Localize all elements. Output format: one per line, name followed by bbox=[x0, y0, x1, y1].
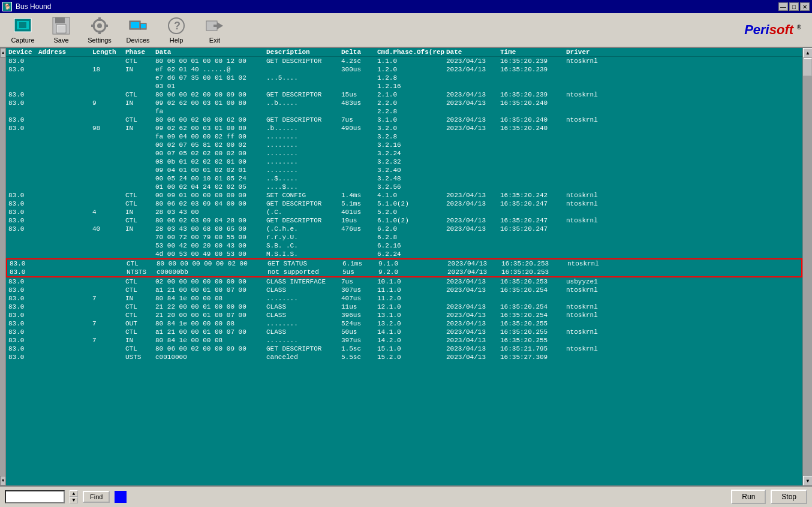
table-row[interactable]: 08 0b 01 02 02 02 01 00........3.2.32 bbox=[6, 158, 802, 166]
settings-icon bbox=[90, 16, 109, 35]
help-label: Help bbox=[170, 37, 184, 44]
table-row[interactable]: fa 09 04 00 00 02 ff 00........3.2.8 bbox=[6, 132, 802, 141]
svg-rect-11 bbox=[91, 25, 95, 27]
spin-down-button[interactable]: ▼ bbox=[70, 497, 78, 503]
table-row[interactable]: 83.07IN80 84 1e 00 00 08........397us14.… bbox=[6, 336, 802, 345]
search-input[interactable] bbox=[5, 490, 65, 503]
table-row[interactable]: 00 02 07 05 81 02 00 02........3.2.16 bbox=[6, 141, 802, 149]
table-row[interactable]: 70 00 72 00 79 00 55 00r.r.y.U.6.2.8 bbox=[6, 233, 802, 242]
column-headers: Device Address Length Phase Data Descrip… bbox=[6, 48, 802, 57]
col-device: Device bbox=[7, 49, 37, 56]
exit-label: Exit bbox=[209, 37, 220, 44]
svg-rect-14 bbox=[131, 22, 139, 28]
devices-icon bbox=[128, 16, 148, 35]
data-table-area: Device Address Length Phase Data Descrip… bbox=[6, 48, 802, 485]
help-button[interactable]: ? Help bbox=[158, 14, 194, 46]
table-row[interactable]: fa2.2.8 bbox=[6, 107, 802, 116]
table-row[interactable]: 00 07 05 02 02 00 02 00........3.2.24 bbox=[6, 149, 802, 158]
scroll-down-button[interactable]: ▼ bbox=[803, 476, 812, 485]
help-icon: ? bbox=[167, 16, 186, 35]
svg-rect-16 bbox=[141, 24, 146, 28]
side-arrow-up[interactable]: ▲ bbox=[0, 48, 6, 58]
col-length: Length bbox=[91, 49, 124, 56]
table-row[interactable]: 00 05 24 00 10 01 05 24..$.....3.2.48 bbox=[6, 174, 802, 183]
svg-rect-6 bbox=[58, 26, 65, 32]
scroll-thumb[interactable] bbox=[804, 58, 812, 76]
table-row[interactable]: 09 04 01 00 01 02 02 01........3.2.40 bbox=[6, 166, 802, 174]
save-icon bbox=[52, 16, 71, 35]
table-row[interactable]: 83.0CTL21 20 00 00 01 00 07 00CLASS396us… bbox=[6, 311, 802, 319]
svg-text:?: ? bbox=[174, 20, 181, 32]
table-row[interactable]: 83.0CTLa1 21 00 00 01 00 07 00CLASS307us… bbox=[6, 286, 802, 294]
main-area: ▲ ▼ Device Address Length Phase Data Des… bbox=[0, 48, 812, 485]
exit-icon bbox=[205, 16, 224, 35]
maximize-button[interactable]: □ bbox=[789, 2, 799, 11]
table-row[interactable]: 83.098IN09 02 62 00 03 01 00 80.b......4… bbox=[6, 124, 802, 132]
title-bar: 🐕 Bus Hound — □ ✕ bbox=[0, 0, 812, 13]
left-indicator: ▲ ▼ bbox=[0, 48, 6, 485]
save-label: Save bbox=[53, 37, 68, 44]
title-bar-controls: — □ ✕ bbox=[778, 2, 810, 11]
table-row[interactable]: 83.0CTL80 06 00 02 00 00 09 00GET DESCRI… bbox=[6, 90, 802, 99]
table-row[interactable]: 83.0CTL00 09 01 00 00 00 00 00SET CONFIG… bbox=[6, 191, 802, 200]
table-row[interactable]: 4d 00 53 00 49 00 53 00M.S.I.S.6.2.24 bbox=[6, 250, 802, 258]
col-phase: Phase bbox=[124, 49, 154, 56]
table-row[interactable]: 83.09IN09 02 62 00 03 01 00 80..b.....48… bbox=[6, 99, 802, 107]
table-row[interactable]: e7 d6 07 35 00 01 01 02...5....1.2.8 bbox=[6, 74, 802, 82]
col-date: Date bbox=[445, 49, 499, 56]
data-rows-container: 83.0CTL80 06 00 01 00 00 12 00GET DESCRI… bbox=[6, 57, 802, 361]
table-row[interactable]: 83.0USTSc0010000canceled5.5sc15.2.02023/… bbox=[6, 353, 802, 361]
svg-rect-9 bbox=[98, 17, 101, 21]
table-row[interactable]: 83.0CTL02 00 00 00 00 00 00 00CLASS INTE… bbox=[6, 277, 802, 286]
perisoft-logo: Perisoft ® bbox=[744, 22, 807, 38]
table-row[interactable]: 83.0NTSTSc00000bbnot supported5us9.2.020… bbox=[6, 268, 802, 277]
table-row[interactable]: 83.0CTL80 06 00 01 00 00 12 00GET DESCRI… bbox=[6, 57, 802, 65]
settings-button[interactable]: Settings bbox=[82, 14, 118, 46]
table-row[interactable]: 83.0CTL80 06 02 03 09 04 28 00GET DESCRI… bbox=[6, 216, 802, 225]
status-bar: ▲ ▼ Find Run Stop bbox=[0, 485, 812, 507]
table-row[interactable]: 53 00 42 00 20 00 43 00S.B. .C.6.2.16 bbox=[6, 242, 802, 250]
find-button[interactable]: Find bbox=[83, 491, 110, 503]
table-row[interactable]: 83.07OUT80 84 1e 00 00 00 08........524u… bbox=[6, 319, 802, 328]
table-row[interactable]: 83.0CTL80 06 00 02 00 00 09 00GET DESCRI… bbox=[6, 345, 802, 353]
table-row[interactable]: 83.0CTL21 22 00 00 01 00 00 00CLASS11us1… bbox=[6, 303, 802, 311]
title-bar-left: 🐕 Bus Hound bbox=[2, 2, 51, 11]
table-row[interactable]: 83.04IN28 03 43 00(.C.401us5.2.0 bbox=[6, 208, 802, 216]
save-button[interactable]: Save bbox=[43, 14, 79, 46]
table-row[interactable]: 01 00 02 04 24 02 02 05....$...3.2.56 bbox=[6, 183, 802, 191]
table-row[interactable]: 83.018INef 02 01 40 ......@300us1.2.0202… bbox=[6, 65, 802, 74]
app-icon: 🐕 bbox=[2, 2, 12, 11]
minimize-button[interactable]: — bbox=[778, 2, 788, 11]
spin-up-button[interactable]: ▲ bbox=[70, 490, 78, 497]
table-row[interactable]: 83.0CTL80 00 00 00 00 00 02 00GET STATUS… bbox=[6, 258, 802, 268]
scroll-up-button[interactable]: ▲ bbox=[803, 48, 812, 58]
exit-button[interactable]: Exit bbox=[197, 14, 233, 46]
close-button[interactable]: ✕ bbox=[800, 2, 810, 11]
col-data: Data bbox=[154, 49, 265, 56]
col-time: Time bbox=[499, 49, 565, 56]
col-description: Description bbox=[265, 49, 340, 56]
scroll-track[interactable] bbox=[803, 58, 812, 476]
capture-button[interactable]: Capture bbox=[5, 14, 41, 46]
table-row[interactable]: 83.0CTL80 06 00 02 00 00 62 00GET DESCRI… bbox=[6, 116, 802, 124]
table-row[interactable]: 83.0CTL80 06 02 03 09 04 00 00GET DESCRI… bbox=[6, 200, 802, 208]
devices-button[interactable]: Devices bbox=[120, 14, 156, 46]
search-spinners: ▲ ▼ bbox=[70, 490, 78, 503]
svg-rect-2 bbox=[19, 22, 26, 28]
col-cmdphase: Cmd.Phase.Ofs(rep) bbox=[376, 49, 445, 56]
status-indicator bbox=[115, 491, 127, 503]
svg-point-8 bbox=[97, 23, 102, 28]
right-scrollbar[interactable]: ▲ ▼ bbox=[802, 48, 812, 485]
side-arrow-down[interactable]: ▼ bbox=[0, 476, 6, 485]
table-row[interactable]: 83.07IN80 84 1e 00 00 08........407us11.… bbox=[6, 294, 802, 303]
svg-rect-12 bbox=[104, 25, 108, 27]
devices-label: Devices bbox=[126, 37, 149, 44]
table-row[interactable]: 83.040IN28 03 43 00 68 00 65 00(.C.h.e.4… bbox=[6, 225, 802, 233]
svg-rect-4 bbox=[55, 17, 65, 23]
capture-icon bbox=[13, 16, 32, 35]
table-row[interactable]: 83.0CTLa1 21 00 00 01 00 07 00CLASS50us1… bbox=[6, 328, 802, 336]
col-address: Address bbox=[37, 49, 91, 56]
table-row[interactable]: 03 011.2.16 bbox=[6, 82, 802, 90]
run-button[interactable]: Run bbox=[731, 490, 766, 504]
stop-button[interactable]: Stop bbox=[771, 490, 807, 504]
